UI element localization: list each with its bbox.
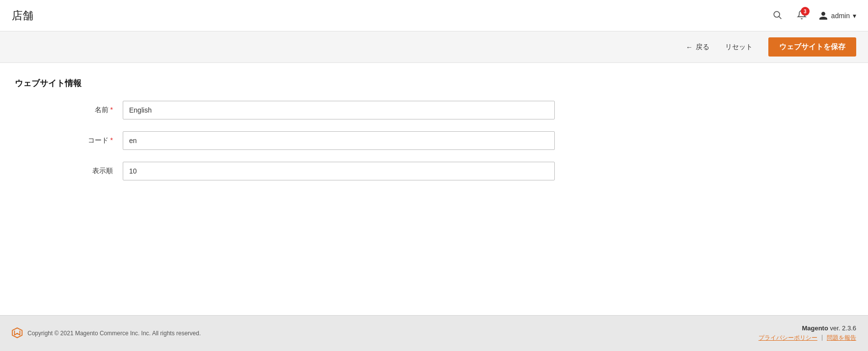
footer-version: Magento ver. 2.3.6 <box>759 324 856 332</box>
code-input[interactable] <box>123 131 555 150</box>
code-label: コード* <box>15 136 123 145</box>
code-required-mark: * <box>110 136 113 144</box>
code-field-row: コード* <box>15 131 853 150</box>
footer-right: Magento ver. 2.3.6 プライバシーポリシー | 問題を報告 <box>759 324 856 342</box>
footer-link-separator: | <box>821 334 823 342</box>
user-icon <box>818 11 828 21</box>
footer-left: Copyright © 2021 Magento Commerce Inc. I… <box>12 327 201 340</box>
back-label: 戻る <box>696 43 709 52</box>
page-title: 店舗 <box>12 8 33 23</box>
header-actions: 3 admin ▾ <box>769 7 856 24</box>
sort-label: 表示順 <box>15 167 123 176</box>
back-arrow-icon: ← <box>686 43 693 51</box>
back-button[interactable]: ← 戻る <box>686 43 709 52</box>
name-required-mark: * <box>110 106 113 114</box>
svg-line-1 <box>779 17 782 19</box>
toolbar: ← 戻る リセット ウェブサイトを保存 <box>0 31 868 63</box>
header: 店舗 3 admin ▾ <box>0 0 868 31</box>
privacy-policy-link[interactable]: プライバシーポリシー <box>759 334 817 342</box>
main-content: ウェブサイト情報 名前* コード* 表示順 <box>0 63 868 315</box>
admin-label: admin <box>831 12 850 20</box>
footer-links: プライバシーポリシー | 問題を報告 <box>759 334 856 342</box>
name-input[interactable] <box>123 101 555 119</box>
magento-logo-icon <box>12 327 23 340</box>
name-field-row: 名前* <box>15 101 853 119</box>
notification-button[interactable]: 3 <box>794 7 810 24</box>
report-issue-link[interactable]: 問題を報告 <box>827 334 856 342</box>
section-title: ウェブサイト情報 <box>15 78 853 89</box>
sort-input[interactable] <box>123 162 555 180</box>
admin-menu-button[interactable]: admin ▾ <box>818 11 856 21</box>
sort-field-row: 表示順 <box>15 162 853 180</box>
notification-badge: 3 <box>801 7 810 16</box>
name-label: 名前* <box>15 106 123 115</box>
search-button[interactable] <box>769 7 785 24</box>
website-info-form: 名前* コード* 表示順 <box>15 101 853 180</box>
footer: Copyright © 2021 Magento Commerce Inc. I… <box>0 315 868 351</box>
chevron-down-icon: ▾ <box>853 12 856 20</box>
svg-point-0 <box>774 11 780 17</box>
reset-button[interactable]: リセット <box>717 39 760 56</box>
search-icon <box>772 10 782 20</box>
svg-marker-2 <box>12 328 22 338</box>
footer-copyright: Copyright © 2021 Magento Commerce Inc. I… <box>27 330 201 337</box>
save-website-button[interactable]: ウェブサイトを保存 <box>768 37 856 57</box>
